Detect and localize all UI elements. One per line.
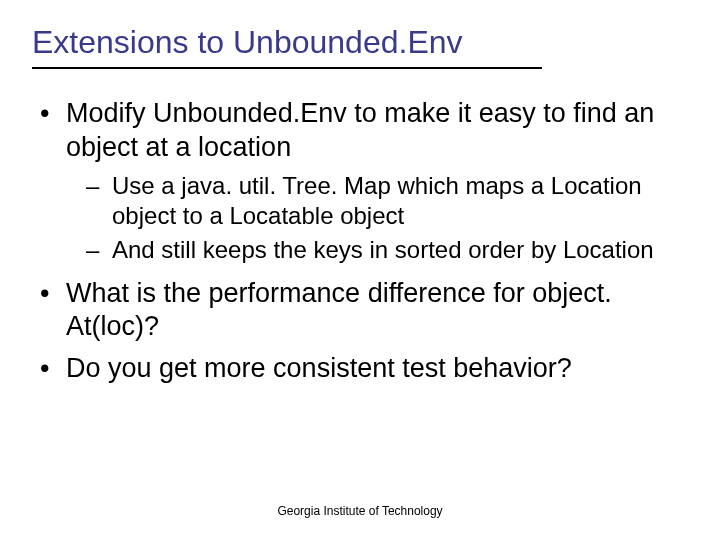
bullet-text: Modify Unbounded.Env to make it easy to …: [66, 98, 654, 162]
bullet-item: Modify Unbounded.Env to make it easy to …: [40, 97, 688, 265]
sub-bullet-text: Use a java. util. Tree. Map which maps a…: [112, 172, 642, 229]
bullet-text: What is the performance difference for o…: [66, 278, 612, 342]
slide-content: Modify Unbounded.Env to make it easy to …: [32, 97, 688, 386]
bullet-item: What is the performance difference for o…: [40, 277, 688, 345]
sub-bullet-item: Use a java. util. Tree. Map which maps a…: [66, 171, 688, 231]
sub-bullet-item: And still keeps the keys in sorted order…: [66, 235, 688, 265]
bullet-item: Do you get more consistent test behavior…: [40, 352, 688, 386]
footer-attribution: Georgia Institute of Technology: [0, 504, 720, 518]
sub-bullet-text: And still keeps the keys in sorted order…: [112, 236, 654, 263]
slide-title: Extensions to Unbounded.Env: [32, 24, 542, 69]
bullet-text: Do you get more consistent test behavior…: [66, 353, 572, 383]
